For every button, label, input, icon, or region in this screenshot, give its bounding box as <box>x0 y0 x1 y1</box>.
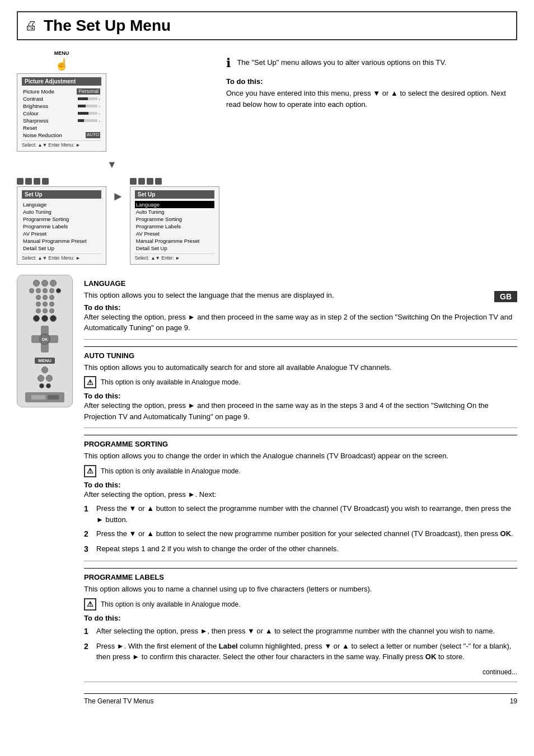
menu-screen-1-title: Picture Adjustment <box>22 77 101 86</box>
divider-1 <box>84 339 517 340</box>
info-todo-label: To do this: <box>226 77 509 86</box>
menu-row-brightness: Brightness · <box>22 102 101 110</box>
sorting-steps: 1 Press the ▼ or ▲ button to select the … <box>84 503 517 555</box>
footer-right: 19 <box>510 697 517 705</box>
remote-row8 <box>38 375 53 382</box>
remote-btn-sm-8 <box>49 295 54 300</box>
gb-badge: GB <box>494 291 517 302</box>
remote-row7 <box>41 367 48 373</box>
label-bold: Label <box>219 642 238 650</box>
setup-item-language-l: Language <box>22 201 101 208</box>
sorting-todo-label: To do this: <box>84 481 120 489</box>
info-icon: ℹ <box>226 56 231 70</box>
setup-item-sorting-r: Programme Sorting <box>135 215 214 223</box>
labels-step-num-2: 2 <box>84 641 92 663</box>
remote-btn-sm-14 <box>49 308 54 313</box>
remote-btn-sm-3 <box>43 288 48 293</box>
language-intro: This option allows you to select the lan… <box>84 290 517 301</box>
menu-diagrams: MENU ☝ Picture Adjustment Picture Mode P… <box>17 50 207 265</box>
sorting-warning-text: This option is only available in Analogu… <box>101 467 241 475</box>
autotuning-warning-text: This option is only available in Analogu… <box>101 378 241 386</box>
sorting-todo: To do this: After selecting the option, … <box>84 481 517 500</box>
language-todo-text: After selecting the option, press ► and … <box>84 312 517 334</box>
labels-todo-label: To do this: <box>84 614 120 622</box>
hand-icon: ☝ <box>17 58 106 71</box>
labels-steps: 1 After selecting the option, press ►, t… <box>84 626 517 663</box>
labels-step-1-text: After selecting the option, press ►, the… <box>96 626 495 637</box>
setup-item-autotuning-l: Auto Tuning <box>22 208 101 215</box>
page: 🖨 The Set Up Menu MENU ☝ Picture Adjustm… <box>0 0 534 756</box>
setup-menu-left-container: Set Up Language Auto Tuning Programme So… <box>17 178 106 265</box>
labels-step-1: 1 After selecting the option, press ►, t… <box>84 626 517 637</box>
remote-btn-sm-15 <box>39 383 44 388</box>
step-num-2: 2 <box>84 528 92 540</box>
page-footer: The General TV Menus 19 <box>84 693 517 705</box>
remote-btn-sm-10 <box>43 302 48 307</box>
footer-left: The General TV Menus <box>84 697 154 705</box>
section-header-language: LANGUAGE <box>84 275 517 288</box>
top-section: MENU ☝ Picture Adjustment Picture Mode P… <box>17 50 517 265</box>
arrow-right-1: ► <box>112 189 124 204</box>
menu-row-noise: Noise Reduction AUTO <box>22 132 101 139</box>
sorting-intro: This option allows you to change the ord… <box>84 450 517 462</box>
step-num-1: 1 <box>84 503 92 525</box>
page-header: 🖨 The Set Up Menu <box>17 11 517 40</box>
setup-menu-right: Set Up Language Auto Tuning Programme So… <box>130 186 219 265</box>
labels-warning: ⚠ This option is only available in Analo… <box>84 598 517 611</box>
menu-row-reset: Reset <box>22 124 101 132</box>
remote-top-btns <box>33 280 57 287</box>
menu-row-colour: Colour · <box>22 110 101 117</box>
page-title: The Set Up Menu <box>44 17 171 35</box>
info-intro-text: The "Set Up" menu allows you to alter va… <box>237 58 446 67</box>
setup-item-manual-r: Manual Programme Preset <box>135 237 214 245</box>
language-todo: To do this: After selecting the option, … <box>84 303 517 334</box>
divider-3 <box>84 561 517 561</box>
remote-dpad: OK <box>31 326 58 353</box>
remote-btn-sm-4 <box>49 288 54 293</box>
section-header-autotuning: AUTO TUNING <box>84 346 517 360</box>
labels-step-2-text: Press ►. With the first element of the L… <box>96 641 517 663</box>
arrow-down-1: ▼ <box>17 159 207 171</box>
continued-text: continued... <box>84 668 517 676</box>
info-intro-line: ℹ The "Set Up" menu allows you to alter … <box>226 56 509 71</box>
setup-menu-right-container: Set Up Language Auto Tuning Programme So… <box>130 178 219 265</box>
remote-btn-sm-2 <box>36 288 41 293</box>
setup-item-autotuning-r: Auto Tuning <box>135 208 214 215</box>
menu-row-sharpness: Sharpness · <box>22 117 101 124</box>
sorting-step-2: 2 Press the ▼ or ▲ button to select the … <box>84 528 517 540</box>
remote-btn-sm-7 <box>43 295 48 300</box>
remote-btn-sm-6 <box>36 295 41 300</box>
remote-btn-dark-2 <box>41 315 48 322</box>
remote-btn-sm-1 <box>29 288 34 293</box>
menu2-icons <box>17 178 106 185</box>
divider-2 <box>84 428 517 428</box>
sorting-step-2-text: Press the ▼ or ▲ button to select the ne… <box>96 528 513 540</box>
remote-btn-sm-5 <box>56 288 61 293</box>
setup-item-language-r: Language <box>135 201 214 208</box>
sorting-warning: ⚠ This option is only available in Analo… <box>84 465 517 477</box>
setup-item-detail-l: Detail Set Up <box>22 245 101 252</box>
autotuning-todo-text: After selecting the option, press ► and … <box>84 400 517 422</box>
labels-intro: This option allows you to name a channel… <box>84 584 517 595</box>
content-column: LANGUAGE This option allows you to selec… <box>84 275 517 705</box>
remote-btn-sm-16 <box>46 383 51 388</box>
language-todo-label: To do this: <box>84 303 120 312</box>
autotuning-intro: This option allows you to automatically … <box>84 362 517 373</box>
remote-row3 <box>36 295 54 300</box>
remote-btn-sm-13 <box>43 308 48 313</box>
sorting-step-3-text: Repeat steps 1 and 2 if you wish to chan… <box>96 543 339 555</box>
remote-column: OK MENU <box>17 275 76 705</box>
setup-item-labels-r: Programme Labels <box>135 223 214 230</box>
setup-menu-right-title: Set Up <box>135 190 214 199</box>
divider-bottom <box>84 682 517 682</box>
sorting-step-3: 3 Repeat steps 1 and 2 if you wish to ch… <box>84 543 517 555</box>
section-header-sorting: PROGRAMME SORTING <box>84 435 517 448</box>
ok-bold: OK <box>425 652 437 661</box>
remote-bottom-strip <box>25 392 64 402</box>
setup-item-labels-l: Programme Labels <box>22 223 101 230</box>
warning-icon-1: ⚠ <box>84 376 96 388</box>
setup-menu-left: Set Up Language Auto Tuning Programme So… <box>17 186 106 265</box>
setup-item-detail-r: Detail Set Up <box>135 245 214 252</box>
remote-row6 <box>33 315 57 322</box>
setup-item-sorting-l: Programme Sorting <box>22 215 101 223</box>
